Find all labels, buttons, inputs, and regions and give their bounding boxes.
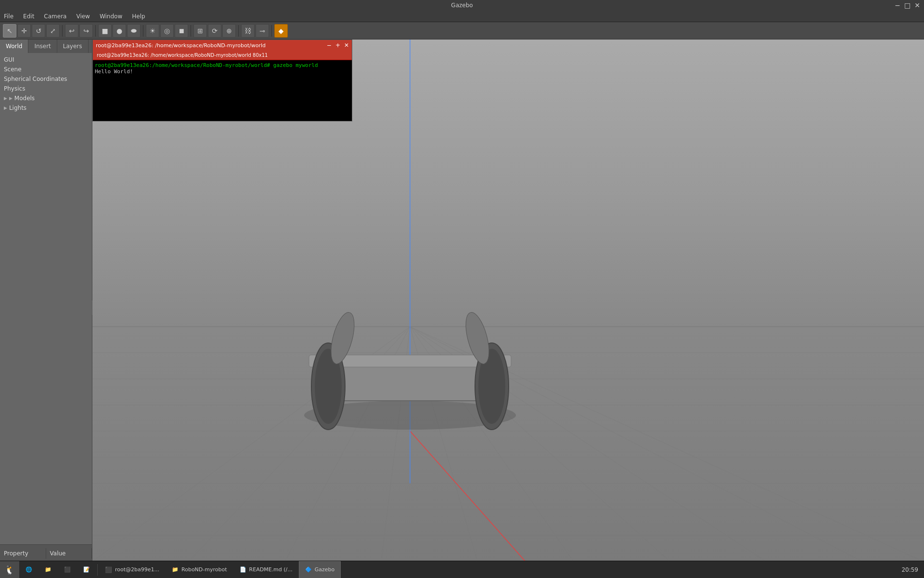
main-layout: World Insert Layers GUI Scene Spherical …: [0, 39, 924, 562]
lights-expand-icon: ▶: [4, 105, 7, 110]
taskbar-browser[interactable]: 🌐: [19, 561, 38, 578]
world-tree: GUI Scene Spherical Coordinates Physics …: [0, 53, 92, 544]
tool-magnet[interactable]: ⊸: [256, 24, 269, 38]
tool-something[interactable]: ⊕: [222, 24, 236, 38]
root-term-label: root@2ba99e1...: [115, 566, 159, 573]
window-controls: − □ ✕: [895, 1, 920, 9]
terminal-title: root@2ba99e13ea26: /home/workspace/RoboN…: [96, 42, 266, 49]
tab-layers[interactable]: Layers: [57, 39, 89, 53]
close-button[interactable]: ✕: [914, 1, 920, 9]
terminal-minimize[interactable]: −: [327, 42, 332, 49]
tool-rotate[interactable]: ↺: [32, 24, 45, 38]
terminal-controls: − + ✕: [327, 42, 349, 49]
taskbar-editor[interactable]: 📝: [77, 561, 96, 578]
tool-light[interactable]: ☀: [146, 24, 159, 38]
start-button[interactable]: 🐧: [0, 561, 19, 578]
editor-icon: 📝: [83, 566, 90, 573]
tab-world[interactable]: World: [0, 39, 28, 53]
minimize-button[interactable]: −: [895, 1, 900, 9]
gazebo-label: Gazebo: [315, 566, 335, 573]
taskbar-sep1: [97, 564, 98, 576]
menu-camera[interactable]: Camera: [42, 12, 68, 21]
sep3: [143, 25, 143, 37]
tool-redo[interactable]: ↪: [79, 24, 93, 38]
tree-physics[interactable]: Physics: [0, 84, 92, 93]
browser-icon: 🌐: [26, 566, 32, 573]
world-tabs: World Insert Layers: [0, 39, 92, 53]
tool-screenshot[interactable]: ⏹: [175, 24, 188, 38]
terminal-content[interactable]: root@2ba99e13ea26:/home/workspace/RoboND…: [93, 60, 352, 121]
files-icon: 📁: [45, 566, 51, 573]
tree-models-label: Models: [14, 95, 35, 102]
terminal-window: root@2ba99e13ea26: /home/workspace/RoboN…: [92, 39, 352, 121]
root-term-icon: ⬛: [105, 566, 112, 573]
sep4: [191, 25, 191, 37]
tool-translate[interactable]: ✛: [17, 24, 31, 38]
tool-select[interactable]: ↖: [3, 24, 16, 38]
tool-grid[interactable]: ⊞: [193, 24, 207, 38]
title-bar: Gazebo − □ ✕: [0, 0, 924, 11]
taskbar-readme[interactable]: 📄 README.md (/...: [233, 561, 299, 578]
terminal-close[interactable]: ✕: [344, 42, 349, 49]
robo-folder-label: RoboND-myrobot: [181, 566, 227, 573]
sep2: [95, 25, 96, 37]
window-title: Gazebo: [451, 2, 473, 9]
sep6: [271, 25, 272, 37]
maximize-button[interactable]: □: [904, 1, 911, 9]
terminal-tab[interactable]: root@2ba99e13ea26: /home/workspace/RoboN…: [93, 51, 352, 60]
terminal-line-2: Hello World!: [95, 68, 350, 75]
taskbar: 🐧 🌐 📁 ⬛ 📝 ⬛ root@2ba99e1... 📁 RoboND-myr…: [0, 561, 924, 578]
robo-folder-icon: 📁: [172, 566, 179, 573]
tool-undo[interactable]: ↩: [65, 24, 78, 38]
terminal-tab-label: root@2ba99e13ea26: /home/workspace/RoboN…: [97, 53, 268, 58]
taskbar-terminal[interactable]: ⬛: [58, 561, 77, 578]
terminal-icon: ⬛: [64, 566, 71, 573]
property-panel: Property Value: [0, 544, 92, 562]
tool-record[interactable]: ◎: [160, 24, 174, 38]
readme-label: README.md (/...: [249, 566, 293, 573]
terminal-maximize[interactable]: +: [335, 42, 340, 49]
toolbar: ↖ ✛ ↺ ⤢ ↩ ↪ ■ ● ⬬ ☀ ◎ ⏹ ⊞ ⟳ ⊕ ⛓ ⊸ ◆: [0, 22, 924, 39]
terminal-line-1: root@2ba99e13ea26:/home/workspace/RoboND…: [95, 62, 350, 68]
tree-spherical-coordinates[interactable]: Spherical Coordinates: [0, 74, 92, 84]
tool-cylinder[interactable]: ⬬: [127, 24, 141, 38]
tab-insert[interactable]: Insert: [28, 39, 57, 53]
menu-help[interactable]: Help: [130, 12, 147, 21]
left-panel: World Insert Layers GUI Scene Spherical …: [0, 39, 92, 562]
tool-scale[interactable]: ⤢: [46, 24, 60, 38]
taskbar-root-terminal[interactable]: ⬛ root@2ba99e1...: [99, 561, 166, 578]
property-col: Property: [0, 548, 46, 559]
tool-reset-view[interactable]: ⟳: [208, 24, 221, 38]
models-expand-icon: ▶: [9, 96, 13, 101]
start-icon: 🐧: [4, 565, 15, 575]
taskbar-time: 20:59: [896, 566, 924, 573]
gazebo-icon: 🔷: [305, 566, 312, 573]
menu-view[interactable]: View: [74, 12, 91, 21]
readme-icon: 📄: [240, 566, 246, 573]
menu-window[interactable]: Window: [98, 12, 124, 21]
sep1: [62, 25, 63, 37]
tree-gui[interactable]: GUI: [0, 55, 92, 65]
value-col: Value: [46, 548, 92, 559]
menu-edit[interactable]: Edit: [21, 12, 36, 21]
taskbar-files[interactable]: 📁: [38, 561, 58, 578]
tool-chain[interactable]: ⛓: [241, 24, 255, 38]
tool-box[interactable]: ■: [98, 24, 112, 38]
sep5: [238, 25, 239, 37]
taskbar-robo-folder[interactable]: 📁 RoboND-myrobot: [166, 561, 233, 578]
tree-lights[interactable]: ▶ Lights: [0, 103, 92, 113]
tree-lights-label: Lights: [9, 105, 26, 111]
tool-orange[interactable]: ◆: [274, 24, 288, 38]
tree-models[interactable]: ▶ Models: [0, 93, 92, 103]
menu-bar: File Edit Camera View Window Help: [0, 11, 924, 22]
menu-file[interactable]: File: [2, 12, 15, 21]
taskbar-gazebo[interactable]: 🔷 Gazebo: [299, 561, 341, 578]
viewport[interactable]: root@2ba99e13ea26: /home/workspace/RoboN…: [92, 39, 924, 562]
tree-scene[interactable]: Scene: [0, 65, 92, 74]
terminal-titlebar: root@2ba99e13ea26: /home/workspace/RoboN…: [93, 40, 352, 51]
tool-sphere[interactable]: ●: [113, 24, 126, 38]
